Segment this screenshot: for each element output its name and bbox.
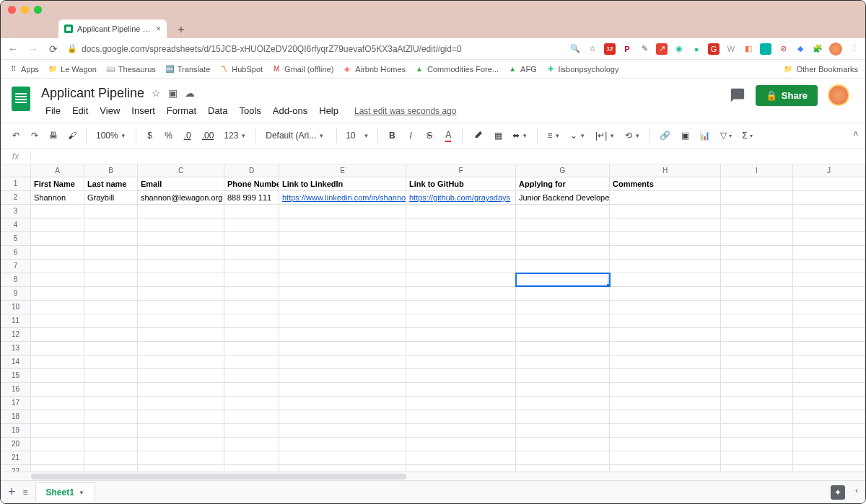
add-sheet-button[interactable]: + — [8, 485, 16, 500]
currency-button[interactable]: $ — [142, 128, 158, 143]
cell[interactable] — [721, 260, 793, 273]
cell[interactable] — [793, 424, 865, 437]
cell[interactable] — [793, 465, 865, 472]
cell[interactable] — [84, 410, 138, 423]
row-header-20[interactable]: 20 — [1, 438, 31, 451]
cloud-status-icon[interactable]: ☁ — [185, 87, 195, 99]
cell[interactable] — [721, 465, 793, 472]
cell[interactable] — [279, 218, 406, 231]
merge-button[interactable]: ⬌▼ — [509, 129, 531, 142]
cell[interactable] — [610, 232, 721, 245]
cell[interactable] — [516, 205, 610, 218]
col-header-H[interactable]: H — [610, 164, 721, 177]
back-button[interactable]: ← — [6, 43, 19, 55]
comments-button[interactable] — [730, 87, 745, 103]
cell[interactable] — [138, 424, 224, 437]
cell[interactable] — [793, 438, 865, 451]
cell[interactable] — [793, 328, 865, 341]
cell[interactable] — [84, 451, 138, 464]
row-header-14[interactable]: 14 — [1, 355, 31, 368]
cell[interactable] — [721, 205, 793, 218]
move-doc-icon[interactable]: ▣ — [168, 87, 178, 99]
bookmark-item[interactable]: MGmail (offline) — [271, 64, 333, 74]
cell[interactable] — [610, 328, 721, 341]
col-header-A[interactable]: A — [31, 164, 84, 177]
sheet-scroll-left[interactable]: ‹ — [855, 485, 858, 500]
ext-orange-icon[interactable]: ◧ — [743, 43, 754, 55]
col-header-C[interactable]: C — [138, 164, 224, 177]
cell[interactable] — [31, 342, 84, 355]
menu-insert[interactable]: Insert — [127, 103, 159, 118]
menu-file[interactable]: File — [41, 103, 65, 118]
row-header-8[interactable]: 8 — [1, 273, 31, 286]
cell[interactable] — [84, 438, 138, 451]
new-tab-button[interactable]: + — [172, 21, 190, 38]
cell[interactable] — [279, 232, 406, 245]
cell[interactable] — [224, 465, 279, 472]
cell[interactable] — [516, 287, 610, 300]
close-tab-icon[interactable]: × — [156, 24, 161, 34]
cell[interactable] — [610, 465, 721, 472]
cell[interactable] — [31, 273, 84, 286]
spreadsheet-grid[interactable]: ABCDEFGHIJ 1First NameLast nameEmailPhon… — [1, 164, 865, 480]
calendar-ext-icon[interactable]: 12 — [604, 43, 616, 55]
cell[interactable] — [279, 438, 406, 451]
row-header-4[interactable]: 4 — [1, 218, 31, 231]
cell[interactable] — [406, 287, 516, 300]
cell[interactable] — [793, 397, 865, 410]
cell[interactable] — [516, 410, 610, 423]
percent-button[interactable]: % — [161, 128, 177, 143]
cell[interactable] — [793, 191, 865, 204]
menu-format[interactable]: Format — [162, 103, 201, 118]
cell[interactable] — [279, 246, 406, 259]
cell[interactable] — [721, 451, 793, 464]
cell[interactable] — [406, 424, 516, 437]
cell[interactable] — [279, 465, 406, 472]
inc-decimal-button[interactable]: .00 — [198, 128, 218, 143]
bookmark-item[interactable]: 🔤Translate — [165, 64, 210, 74]
cell[interactable] — [721, 397, 793, 410]
cell[interactable] — [138, 301, 224, 314]
number-format-select[interactable]: 123▼ — [220, 129, 250, 142]
cell[interactable] — [224, 314, 279, 327]
cell[interactable]: Link to LinkedIn — [279, 177, 406, 190]
maximize-window-button[interactable] — [34, 6, 42, 14]
col-header-B[interactable]: B — [84, 164, 138, 177]
cell[interactable] — [224, 232, 279, 245]
cell[interactable]: Comments — [610, 177, 721, 190]
fill-color-button[interactable] — [468, 127, 487, 144]
close-window-button[interactable] — [8, 6, 16, 14]
cell[interactable] — [31, 218, 84, 231]
cell[interactable] — [610, 451, 721, 464]
cell[interactable] — [406, 260, 516, 273]
cell[interactable] — [279, 424, 406, 437]
cell[interactable] — [31, 355, 84, 368]
wrap-button[interactable]: |↵|▼ — [592, 129, 618, 142]
cell[interactable] — [406, 232, 516, 245]
cell[interactable] — [721, 328, 793, 341]
print-button[interactable]: 🖶 — [45, 128, 61, 143]
cell[interactable] — [138, 232, 224, 245]
cell[interactable] — [793, 177, 865, 190]
cell[interactable]: Email — [138, 177, 224, 190]
cell[interactable] — [516, 328, 610, 341]
grammarly-ext-icon[interactable]: ◉ — [673, 43, 685, 55]
font-select[interactable]: Default (Ari...▼ — [262, 129, 331, 142]
cell[interactable] — [84, 273, 138, 286]
cell[interactable] — [279, 287, 406, 300]
cell[interactable] — [31, 383, 84, 396]
minimize-window-button[interactable] — [21, 6, 29, 14]
cell[interactable] — [84, 246, 138, 259]
cell[interactable] — [516, 314, 610, 327]
cell[interactable] — [31, 314, 84, 327]
zoom-icon[interactable]: 🔍 — [569, 43, 581, 55]
cell[interactable] — [84, 465, 138, 472]
cell[interactable] — [31, 287, 84, 300]
cell[interactable] — [721, 410, 793, 423]
cell[interactable] — [516, 301, 610, 314]
chart-button[interactable]: 📊 — [696, 128, 714, 143]
cell[interactable] — [224, 273, 279, 286]
cell[interactable] — [610, 287, 721, 300]
cell[interactable] — [224, 218, 279, 231]
cell[interactable] — [516, 355, 610, 368]
